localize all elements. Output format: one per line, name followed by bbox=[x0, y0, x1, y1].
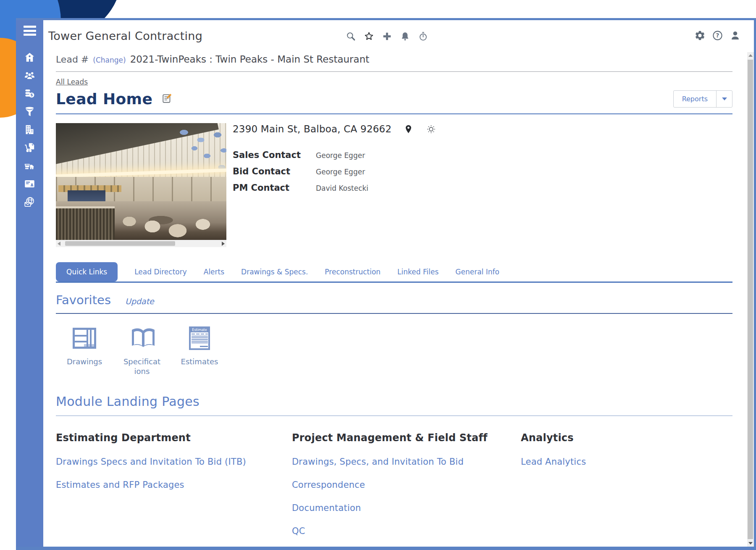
contact-row-bid: Bid Contact George Egger bbox=[233, 166, 437, 176]
company-title: Tower General Contracting bbox=[48, 29, 202, 42]
estimate-icon-text: Estimate bbox=[191, 328, 208, 332]
vertical-scrollbar-thumb[interactable] bbox=[748, 60, 753, 539]
user-profile-icon[interactable] bbox=[729, 29, 741, 41]
lead-number-label: Lead # bbox=[56, 54, 89, 65]
search-icon[interactable] bbox=[345, 30, 357, 42]
breadcrumb-all-leads[interactable]: All Leads bbox=[56, 78, 88, 86]
reports-dropdown-arrow[interactable] bbox=[716, 91, 732, 107]
tab-general-info[interactable]: General Info bbox=[455, 263, 499, 281]
tab-drawings-specs[interactable]: Drawings & Specs. bbox=[241, 263, 308, 281]
modules-divider bbox=[56, 416, 732, 416]
map-pin-icon[interactable] bbox=[402, 123, 414, 135]
contact-value: George Egger bbox=[316, 166, 365, 176]
sidebar-item-leads-funnel[interactable] bbox=[21, 103, 39, 121]
contact-label: Bid Contact bbox=[233, 166, 316, 176]
favorite-label: Estimates bbox=[181, 357, 218, 366]
contact-row-sales: Sales Contact George Egger bbox=[233, 150, 437, 160]
module-column-heading: Project Management & Field Staff bbox=[292, 432, 521, 444]
module-column-heading: Analytics bbox=[521, 432, 732, 444]
app-header: Tower General Contracting bbox=[43, 20, 745, 51]
link-estimates-rfp[interactable]: Estimates and RFP Packages bbox=[56, 480, 292, 490]
tab-preconstruction[interactable]: Preconstruction bbox=[325, 263, 381, 281]
menu-hamburger-icon[interactable] bbox=[24, 26, 36, 36]
module-columns: Estimating Department Drawings Specs and… bbox=[56, 432, 732, 536]
add-plus-icon[interactable] bbox=[381, 30, 393, 42]
contact-label: Sales Contact bbox=[233, 150, 316, 160]
reports-button[interactable]: Reports bbox=[674, 91, 716, 107]
tab-lead-directory[interactable]: Lead Directory bbox=[134, 263, 187, 281]
link-correspondence[interactable]: Correspondence bbox=[292, 480, 521, 490]
building-icon bbox=[24, 124, 35, 135]
contacts-list: Sales Contact George Egger Bid Contact G… bbox=[233, 150, 437, 193]
scroll-right-arrow-icon[interactable] bbox=[222, 242, 225, 246]
edit-note-icon[interactable] bbox=[162, 93, 173, 105]
lead-number-bar: Lead # (Change) 2021-TwinPeaks : Twin Pe… bbox=[56, 54, 732, 72]
favorites-items: Drawings Specifications Estimate bbox=[65, 326, 732, 376]
sidebar-item-estimating[interactable]: $ bbox=[21, 84, 39, 103]
floor-plan-icon bbox=[73, 326, 96, 350]
weather-sun-icon[interactable] bbox=[425, 123, 437, 135]
favorite-estimates[interactable]: Estimate Estimates bbox=[180, 326, 219, 376]
sidebar-item-home[interactable] bbox=[21, 48, 39, 66]
favorites-divider bbox=[56, 313, 732, 314]
notifications-bell-icon[interactable] bbox=[399, 30, 411, 42]
timer-stopwatch-icon[interactable] bbox=[417, 30, 429, 42]
svg-text:?: ? bbox=[716, 32, 719, 39]
favorites-update-link[interactable]: Update bbox=[125, 297, 154, 306]
main-content: Tower General Contracting bbox=[43, 20, 745, 547]
scroll-left-arrow-icon[interactable] bbox=[58, 242, 60, 246]
tab-bar: Quick Links Lead Directory Alerts Drawin… bbox=[56, 262, 732, 282]
favorite-star-icon[interactable] bbox=[363, 30, 375, 42]
lead-photo bbox=[56, 123, 226, 240]
estimate-document-icon: Estimate bbox=[188, 326, 211, 350]
open-book-icon bbox=[130, 326, 154, 350]
lead-details: 2390 Main St, Balboa, CA 92662 Sales Con… bbox=[233, 123, 437, 247]
address-row: 2390 Main St, Balboa, CA 92662 bbox=[233, 123, 437, 135]
help-icon[interactable]: ? bbox=[711, 29, 723, 41]
sidebar-item-equipment[interactable] bbox=[21, 157, 39, 175]
funnel-icon bbox=[24, 106, 35, 117]
link-lead-analytics[interactable]: Lead Analytics bbox=[521, 457, 732, 467]
tab-linked-files[interactable]: Linked Files bbox=[397, 263, 438, 281]
tab-quick-links[interactable]: Quick Links bbox=[56, 262, 118, 282]
title-divider bbox=[56, 113, 732, 114]
page-title: Lead Home bbox=[56, 90, 152, 108]
sidebar-item-badge[interactable] bbox=[21, 175, 39, 193]
link-drawings-specs-itb[interactable]: Drawings Specs and Invitation To Bid (IT… bbox=[56, 457, 292, 467]
link-qc[interactable]: QC bbox=[292, 526, 521, 536]
link-pm-drawings-specs-itb[interactable]: Drawings, Specs, and Invitation To Bid bbox=[292, 457, 521, 467]
contact-label: PM Contact bbox=[233, 183, 316, 193]
cart-document-icon bbox=[24, 142, 35, 153]
sidebar-item-procurement[interactable] bbox=[21, 139, 39, 157]
lead-address: 2390 Main St, Balboa, CA 92662 bbox=[233, 124, 391, 134]
module-column-heading: Estimating Department bbox=[56, 432, 292, 444]
svg-text:$: $ bbox=[30, 93, 33, 97]
contact-row-pm: PM Contact David Kostecki bbox=[233, 183, 437, 193]
tab-alerts[interactable]: Alerts bbox=[204, 263, 224, 281]
settings-gear-icon[interactable] bbox=[694, 29, 706, 41]
scroll-up-arrow-icon[interactable] bbox=[748, 54, 753, 57]
people-group-icon bbox=[24, 70, 35, 81]
app-window: $ Tower General Contracting bbox=[16, 18, 756, 550]
favorite-specifications[interactable]: Specifications bbox=[123, 326, 161, 376]
module-column-pm-field: Project Management & Field Staff Drawing… bbox=[292, 432, 521, 536]
vertical-scrollbar[interactable] bbox=[747, 52, 754, 547]
home-icon bbox=[24, 52, 35, 63]
lead-change-link[interactable]: (Change) bbox=[93, 56, 126, 64]
module-column-analytics: Analytics Lead Analytics bbox=[521, 432, 732, 536]
photo-horizontal-scrollbar[interactable] bbox=[56, 240, 226, 247]
favorites-title: Favorites bbox=[56, 293, 111, 307]
tabs-divider bbox=[56, 282, 732, 283]
favorite-label: Specifications bbox=[123, 357, 161, 376]
photo-scrollbar-thumb[interactable] bbox=[65, 241, 175, 246]
link-documentation[interactable]: Documentation bbox=[292, 503, 521, 513]
favorite-label: Drawings bbox=[67, 357, 102, 366]
sidebar-item-mail[interactable] bbox=[21, 193, 39, 211]
contact-value: David Kostecki bbox=[316, 183, 368, 193]
lead-photo-wrap bbox=[56, 123, 226, 247]
sidebar-item-contacts[interactable] bbox=[21, 66, 39, 84]
sidebar-item-companies[interactable] bbox=[21, 121, 39, 139]
favorite-drawings[interactable]: Drawings bbox=[65, 326, 104, 376]
scroll-down-arrow-icon[interactable] bbox=[748, 542, 753, 545]
lead-info-section: 2390 Main St, Balboa, CA 92662 Sales Con… bbox=[56, 123, 732, 247]
